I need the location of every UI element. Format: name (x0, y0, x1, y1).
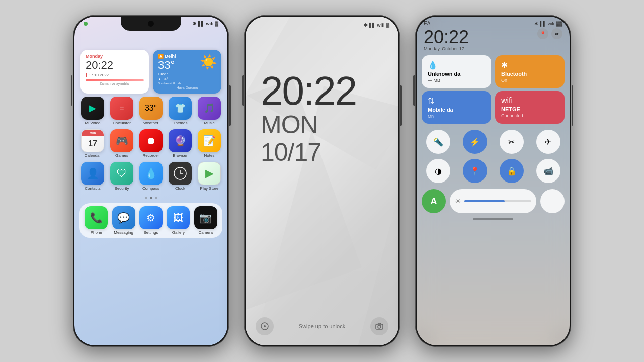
app-playstore[interactable]: ▶ Play Store (196, 162, 222, 191)
app-browser[interactable]: 🔮 Browser (167, 129, 193, 158)
widget-weather[interactable]: 🔼 Delhi 33° Clear ☀️ ▲ 34° Southeast 2km… (153, 50, 221, 94)
cc-buttons-row1: 🔦 ⚡ ✂ ✈ (422, 128, 565, 156)
app-music[interactable]: 🎵 Music (196, 97, 222, 125)
widget-time[interactable]: Monday 20:22 17 10 2022 Zaman ve ayrıntı… (80, 50, 149, 94)
weather-detail1: ▲ 34° (158, 77, 216, 81)
app-label-calculator: Calculator (113, 121, 131, 125)
dock-camera[interactable]: 📷 Camera (193, 206, 218, 235)
app-notes[interactable]: 📝 Notes (196, 129, 222, 158)
cc-tile-bluetooth[interactable]: ✱ Bluetooth On (495, 55, 565, 88)
dock-phone[interactable]: 📞 Phone (84, 206, 109, 235)
cc-bottom-tiles: ⇅ Mobile da On wifi NETGE Connected (422, 89, 565, 126)
cc-flashlight-btn[interactable]: 🔦 (426, 130, 450, 154)
app-icon-games: 🎮 (110, 129, 133, 152)
weather-condition: Clear (158, 72, 216, 76)
cc-accessibility-btn[interactable]: A (422, 189, 446, 213)
app-compass[interactable]: 💧 Compass (138, 162, 164, 191)
wifi-icon: wifi (206, 21, 213, 26)
sun-icon: ☀ (455, 197, 461, 205)
app-icon-browser: 🔮 (169, 129, 192, 152)
lock-camera-icon[interactable] (370, 317, 388, 335)
lock-bluetooth-icon: ✱ (364, 23, 368, 28)
cc-airplane-btn[interactable]: ✈ (536, 130, 560, 154)
app-label-browser: Browser (173, 153, 187, 158)
app-weather[interactable]: 33° Weather (138, 97, 164, 125)
dock-settings[interactable]: ⚙ Settings (138, 206, 164, 235)
svg-point-6 (378, 325, 381, 328)
widget-time-display: 20:22 (86, 59, 144, 72)
app-grid-row1: ▶ Mi Video = Calculator 33° Weather 👕 Th… (74, 96, 227, 129)
app-mivideo[interactable]: ▶ Mi Video (79, 97, 106, 125)
cc-brightness-slider[interactable]: ☀ (450, 189, 536, 213)
widget-day-label: Monday (86, 54, 144, 59)
brightness-track (464, 200, 531, 202)
cc-extra-btn[interactable] (540, 189, 565, 213)
lock-screen: ✱ ▌▌ wifi ▓ 20:22 MON 10/17 Swipe up to … (246, 17, 398, 345)
dock-label-camera: Camera (199, 230, 213, 235)
app-calendar[interactable]: Mon 17 Calendar (79, 129, 106, 158)
app-icon-music: 🎵 (198, 97, 221, 120)
app-label-games: Games (115, 153, 128, 158)
weather-icon: ☀️ (200, 54, 217, 70)
app-label-playstore: Play Store (200, 186, 219, 191)
battery-icon: ▓ (215, 21, 218, 26)
app-icon-calendar: Mon 17 (81, 129, 104, 152)
bluetooth-icon: ✱ (193, 21, 197, 26)
app-clock[interactable]: Clock (167, 162, 193, 191)
app-icon-notes: 📝 (198, 129, 221, 152)
lock-left-icon[interactable] (256, 317, 274, 335)
wifi-sub: Connected (501, 113, 558, 118)
cc-wifi-icon: wifi (548, 21, 554, 26)
app-themes[interactable]: 👕 Themes (167, 97, 193, 125)
dock-gallery[interactable]: 🖼 Gallery (166, 206, 191, 235)
cc-theme-btn[interactable]: ◑ (426, 159, 450, 183)
app-label-recorder: Recorder (143, 153, 159, 158)
cc-tile-data-usage[interactable]: 💧 Unknown da — MB (422, 55, 491, 88)
app-label-music: Music (204, 121, 215, 125)
app-calculator[interactable]: = Calculator (109, 97, 135, 125)
cc-video-btn[interactable]: 📹 (536, 159, 560, 183)
app-icon-themes: 👕 (169, 97, 192, 120)
app-icon-settings: ⚙ (139, 206, 163, 229)
app-recorder[interactable]: ⏺ Recorder (138, 129, 164, 158)
app-contacts[interactable]: 👤 Contacts (79, 162, 106, 191)
dock: 📞 Phone 💬 Messaging ⚙ Settings 🖼 Gallery… (79, 203, 222, 238)
phone-2: ✱ ▌▌ wifi ▓ 20:22 MON 10/17 Swipe up to … (244, 15, 400, 347)
cc-lock-btn[interactable]: 🔒 (500, 159, 524, 183)
dock-label-phone: Phone (91, 230, 102, 235)
weather-detail2: Southeast 2km/h (158, 82, 216, 85)
app-icon-messaging: 💬 (112, 206, 135, 229)
home-screen: ✱ ▌▌ wifi ▓ Monday 20:22 17 10 2022 Zama… (74, 17, 227, 345)
bluetooth-title: Bluetooth (501, 71, 558, 77)
cc-edit-icon[interactable]: ✏ (551, 28, 562, 39)
app-icon-mivideo: ▶ (81, 97, 104, 120)
lock-wifi-icon: wifi (377, 23, 384, 28)
dot-1 (145, 197, 147, 199)
wifi-title: NETGE (501, 106, 558, 112)
lock-day: MON (261, 111, 398, 139)
app-icon-playstore: ▶ (198, 162, 221, 185)
cc-status-bar: EA ✱ ▌▌ wifi ▓▓ (422, 17, 565, 26)
cc-power-btn[interactable]: ⚡ (463, 130, 487, 154)
mobile-data-sub: On (428, 114, 485, 119)
dock-messaging[interactable]: 💬 Messaging (111, 206, 136, 235)
cc-scissors-btn[interactable]: ✂ (500, 130, 524, 154)
lock-date: 10/17 (261, 139, 398, 166)
cc-location-btn[interactable]: 📍 (463, 159, 487, 183)
cc-location-icon[interactable]: 📍 (537, 28, 548, 39)
cc-tile-wifi[interactable]: wifi NETGE Connected (495, 91, 565, 124)
cc-date: Monday, October 17 (424, 46, 469, 51)
widget-time-sublabel: Zaman ve ayrıntılar (86, 82, 144, 85)
cc-time-icons: 📍 ✏ (537, 28, 562, 39)
app-icon-weather: 33° (139, 97, 163, 120)
widget-date: 17 10 2022 (86, 73, 144, 77)
app-grid-row3: 👤 Contacts 🛡 Security 💧 Compass Clock (74, 162, 227, 195)
bluetooth-icon: ✱ (501, 60, 508, 70)
cc-status-icons: ✱ ▌▌ wifi ▓▓ (534, 21, 562, 26)
app-security[interactable]: 🛡 Security (109, 162, 135, 191)
app-games[interactable]: 🎮 Games (109, 129, 135, 158)
brightness-fill (464, 200, 505, 202)
cc-tile-mobile-data[interactable]: ⇅ Mobile da On (422, 91, 491, 124)
mobile-data-icon: ⇅ (428, 96, 434, 106)
lock-signal-icon: ▌▌ (369, 23, 376, 28)
